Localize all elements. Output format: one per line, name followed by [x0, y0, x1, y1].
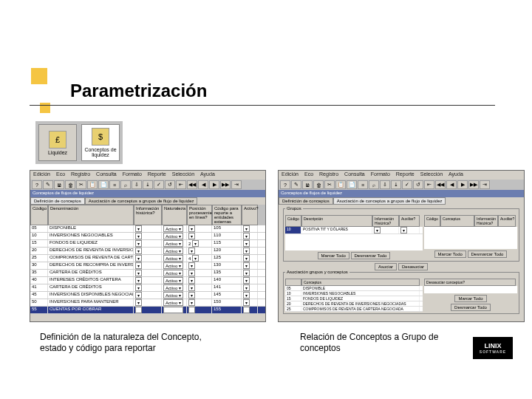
- desasociar-button[interactable]: Desasociar: [398, 263, 428, 270]
- toolbar-button[interactable]: ✂: [76, 180, 86, 189]
- act-dropdown[interactable]: ▾: [243, 284, 250, 291]
- aux-dropdown[interactable]: ▾: [400, 227, 407, 233]
- nat-dropdown[interactable]: Activo ▾: [163, 284, 183, 291]
- pos-dropdown[interactable]: ▾: [192, 255, 199, 262]
- toolbar-button[interactable]: 🗎: [302, 180, 313, 189]
- toolbar-nav-last[interactable]: ⇥: [480, 180, 490, 189]
- desmarcar-todo-button[interactable]: Desmarcar Todo: [351, 252, 391, 259]
- act-dropdown[interactable]: ▾: [243, 225, 250, 232]
- toolbar-button[interactable]: ✓: [154, 180, 164, 189]
- menu-item[interactable]: Consulta: [344, 171, 365, 179]
- list-item[interactable]: 25COMPROMISOS DE REVENTA DE CARTERA NEGO…: [285, 307, 423, 312]
- hist-dropdown[interactable]: ▾: [374, 227, 381, 233]
- pos-dropdown[interactable]: ▾: [188, 307, 195, 313]
- list-item[interactable]: 05DISPONIBLE: [285, 286, 423, 291]
- toolbar-button[interactable]: ✎: [43, 180, 53, 189]
- list-item[interactable]: 15FONDOS DE LIQUIDEZ: [285, 296, 423, 301]
- toolbar-button[interactable]: ✂: [324, 180, 335, 189]
- toolbar-button[interactable]: ↺: [165, 180, 175, 189]
- pos-dropdown[interactable]: ▾: [188, 299, 195, 306]
- toolbar-button[interactable]: 🗎: [54, 180, 64, 189]
- toolbar-button[interactable]: ⌕: [120, 180, 131, 189]
- col-naturaleza[interactable]: Naturaleza: [162, 205, 187, 225]
- tab-definicion[interactable]: Definición de conceptos: [30, 197, 85, 205]
- nat-dropdown[interactable]: Activo ▾: [163, 233, 183, 239]
- menu-item[interactable]: Eco: [304, 171, 313, 179]
- toolbar-button[interactable]: 📋: [87, 180, 98, 189]
- pos-dropdown[interactable]: ▾: [188, 270, 195, 276]
- hist-dropdown[interactable]: ▾: [135, 240, 142, 247]
- hist-dropdown[interactable]: ▾: [135, 292, 142, 299]
- toolbar-nav-prevpage[interactable]: ◀◀: [187, 180, 197, 189]
- menu-item[interactable]: Registro: [71, 171, 90, 179]
- nat-dropdown[interactable]: Activo ▾: [163, 248, 183, 254]
- col-historica[interactable]: Información histórica?: [134, 205, 162, 225]
- menu-item[interactable]: Edición: [33, 171, 50, 179]
- hist-dropdown[interactable]: ▾: [135, 299, 142, 306]
- nat-dropdown[interactable]: Activo ▾: [163, 255, 183, 262]
- marcar-todo-button[interactable]: Marcar Todo: [434, 250, 466, 258]
- table-row[interactable]: 15FONDOS DE LIQUIDEZ▾Activo ▾2 ▾115▾: [30, 240, 265, 248]
- toolbar-button[interactable]: ⇩: [380, 180, 390, 189]
- menu-item[interactable]: Eco: [56, 171, 65, 179]
- toolbar-button[interactable]: ↺: [413, 180, 423, 189]
- table-row[interactable]: 10INVERSIONES NEGOCIABLES▾Activo ▾ ▾110▾: [30, 233, 265, 240]
- nat-dropdown[interactable]: Activo ▾: [163, 225, 183, 232]
- nat-dropdown[interactable]: Activo ▾: [163, 262, 183, 269]
- hist-dropdown[interactable]: ▾: [135, 255, 142, 262]
- toolbar-button[interactable]: 📋: [335, 180, 346, 189]
- nat-dropdown[interactable]: Activo ▾: [163, 307, 183, 313]
- act-dropdown[interactable]: ▾: [243, 262, 250, 269]
- launcher-conceptos[interactable]: $ Conceptos de liquidez: [81, 124, 120, 161]
- toolbar-button[interactable]: ⌕: [369, 180, 379, 189]
- toolbar-nav-nextpage[interactable]: ▶▶: [468, 180, 479, 189]
- menu-item[interactable]: Selección: [420, 171, 443, 179]
- act-dropdown[interactable]: ▾: [243, 307, 250, 313]
- table-row[interactable]: 20DERECHOS DE REVENTA DE INVERSIONES▾Act…: [30, 248, 265, 255]
- list-item[interactable]: 20DERECHOS DE REVENTA DE INVERSIONES NEG…: [285, 301, 423, 307]
- toolbar-button[interactable]: ≡: [358, 180, 368, 189]
- col-descripcion[interactable]: Descripción: [301, 215, 372, 227]
- toolbar-nav-prev[interactable]: ◀: [446, 180, 457, 189]
- menu-item[interactable]: Reporte: [148, 171, 166, 179]
- nat-dropdown[interactable]: Activo ▾: [163, 277, 183, 284]
- toolbar-nav-last[interactable]: ⇥: [231, 180, 242, 189]
- toolbar-button[interactable]: ⇩: [132, 180, 142, 189]
- col-codigo[interactable]: Código: [30, 205, 48, 225]
- hist-dropdown[interactable]: ▾: [135, 307, 142, 313]
- pos-dropdown[interactable]: ▾: [192, 240, 199, 247]
- toolbar-button[interactable]: 🗑: [313, 180, 324, 189]
- nat-dropdown[interactable]: Activo ▾: [163, 270, 183, 276]
- conceptos-list[interactable]: 05DISPONIBLE10INVERSIONES NEGOCIABLES15F…: [285, 286, 423, 312]
- table-row[interactable]: 45INVERSIONES DISPONIBLES NEGOCIABLES PA…: [30, 292, 265, 299]
- table-row[interactable]: 25COMPROMISOS DE REVENTA DE CARTERA NEGO…: [30, 255, 265, 262]
- marcar-todo-button[interactable]: Marcar Todo: [454, 295, 486, 302]
- hist-dropdown[interactable]: ▾: [135, 225, 142, 232]
- launcher-liquidez[interactable]: ₤ Liquidez: [38, 124, 77, 161]
- toolbar-button[interactable]: 📄: [98, 180, 109, 189]
- menu-item[interactable]: Formato: [371, 171, 390, 179]
- list-item[interactable]: 10INVERSIONES NEGOCIABLES: [285, 291, 423, 296]
- col-codigo-reporte[interactable]: Código para reporte a entidades externas: [212, 205, 242, 225]
- col-aux[interactable]: Auxiliar?: [498, 215, 516, 227]
- hist-dropdown[interactable]: ▾: [135, 277, 142, 284]
- grid-body[interactable]: 05DISPONIBLE▾Activo ▾ ▾105▾10INVERSIONES…: [30, 225, 265, 314]
- act-dropdown[interactable]: ▾: [243, 299, 250, 306]
- act-dropdown[interactable]: ▾: [243, 292, 250, 299]
- tab-asociacion[interactable]: Asociación de conceptos a grupos de fluj…: [333, 197, 446, 205]
- act-dropdown[interactable]: ▾: [243, 248, 250, 254]
- menu-item[interactable]: Consulta: [96, 171, 117, 179]
- pos-dropdown[interactable]: ▾: [188, 292, 195, 299]
- act-dropdown[interactable]: ▾: [243, 277, 250, 284]
- desmarcar-todo-button[interactable]: Desmarcar Todo: [451, 304, 491, 311]
- toolbar-nav-first[interactable]: ⇤: [176, 180, 186, 189]
- grupo-row[interactable]: 10 POSITIVA TIT Y DÓLARES ▾ ▾: [285, 227, 423, 234]
- hist-dropdown[interactable]: ▾: [135, 262, 142, 269]
- act-dropdown[interactable]: ▾: [243, 233, 250, 239]
- menu-item[interactable]: Edición: [282, 171, 299, 179]
- toolbar-button[interactable]: ⤓: [391, 180, 401, 189]
- table-row[interactable]: 41CARTERA DE CRÉDITOS▾Activo ▾ ▾141▾: [30, 284, 265, 292]
- table-row[interactable]: 05DISPONIBLE▾Activo ▾ ▾105▾: [30, 225, 265, 233]
- toolbar-nav-nextpage[interactable]: ▶▶: [220, 180, 231, 189]
- table-row[interactable]: 35CARTERA DE CRÉDITOS▾Activo ▾ ▾135▾: [30, 270, 265, 277]
